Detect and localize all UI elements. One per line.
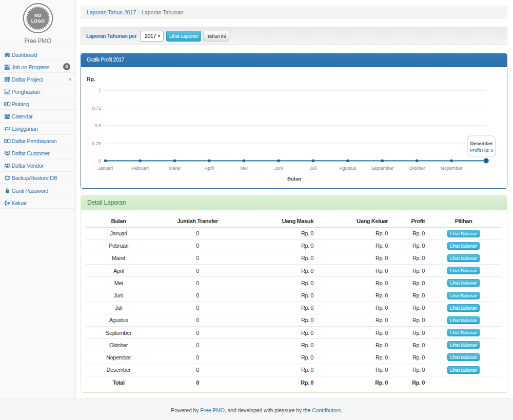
- svg-text:Oktober: Oktober: [409, 166, 425, 171]
- svg-text:Mei: Mei: [240, 166, 248, 171]
- svg-text:Maret: Maret: [169, 166, 181, 171]
- svg-text:September: September: [371, 166, 393, 171]
- svg-text:Profit Rp: 0: Profit Rp: 0: [470, 147, 493, 153]
- svg-text:0.5: 0.5: [94, 123, 101, 128]
- svg-text:1: 1: [98, 88, 101, 93]
- svg-text:Juli: Juli: [310, 166, 317, 171]
- svg-text:Pebruari: Pebruari: [131, 166, 149, 171]
- svg-text:April: April: [205, 166, 214, 171]
- svg-text:Nopember: Nopember: [441, 166, 462, 171]
- svg-text:Juni: Juni: [274, 166, 283, 171]
- svg-text:Desember: Desember: [470, 141, 494, 146]
- svg-text:0.75: 0.75: [92, 106, 101, 111]
- svg-text:Agustus: Agustus: [340, 166, 357, 171]
- svg-text:0: 0: [98, 158, 101, 164]
- svg-text:0.25: 0.25: [92, 141, 101, 146]
- svg-text:Bulan: Bulan: [287, 176, 301, 182]
- svg-text:Januari: Januari: [98, 166, 113, 171]
- svg-text:Rp.: Rp.: [87, 76, 95, 82]
- svg-text:LOGO: LOGO: [31, 18, 45, 24]
- svg-text:NO: NO: [34, 13, 42, 18]
